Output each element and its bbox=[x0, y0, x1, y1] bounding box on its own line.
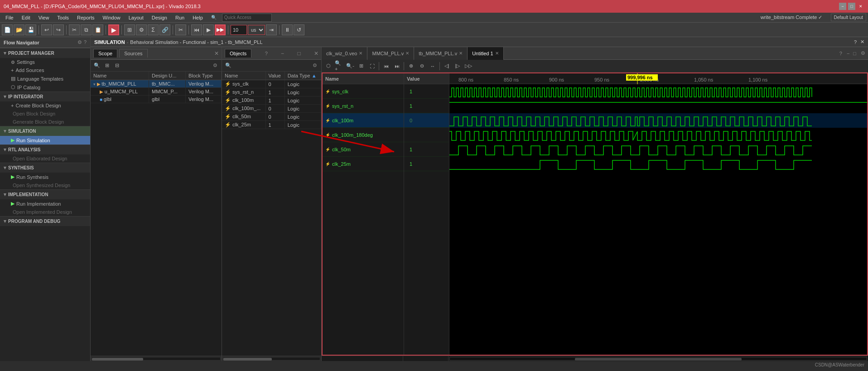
section-ip-integrator[interactable]: ▾ IP INTEGRATOR bbox=[0, 92, 90, 101]
objects-question-icon[interactable]: ? bbox=[265, 51, 268, 56]
table-row[interactable]: ⚡ clk_100m 1 Logic bbox=[222, 96, 321, 105]
cut2-button[interactable]: ✂ bbox=[175, 24, 186, 35]
wave-prev-cursor-icon[interactable]: ⏮ bbox=[381, 61, 391, 71]
section-implementation[interactable]: ▾ IMPLEMENTATION bbox=[0, 189, 90, 199]
objects-settings-icon[interactable]: ⚙ bbox=[310, 61, 319, 70]
undo-button[interactable]: ↩ bbox=[41, 24, 52, 35]
section-rtl-analysis[interactable]: ▾ RTL ANALYSIS bbox=[0, 145, 90, 154]
run-time-button[interactable]: ⇥ bbox=[266, 24, 277, 35]
nav-item-ip-catalog[interactable]: ⬡ IP Catalog bbox=[0, 83, 90, 92]
section-simulation[interactable]: ▾ SIMULATION bbox=[0, 126, 90, 136]
wave-zoom-out-icon[interactable]: 🔍- bbox=[345, 61, 355, 71]
wave-signal-row[interactable]: ⚡ sys_rst_n bbox=[323, 99, 404, 113]
section-project-manager[interactable]: ▾ PROJECT MANAGER bbox=[0, 48, 90, 58]
wave-signal-row[interactable]: ⚡ sys_clk bbox=[323, 84, 404, 99]
open-button[interactable]: 📂 bbox=[14, 24, 24, 35]
quick-access-input[interactable] bbox=[222, 14, 272, 22]
wave-signal-row[interactable]: ⚡ clk_25m bbox=[323, 157, 404, 171]
objects-search-icon[interactable]: 🔍 bbox=[224, 61, 233, 70]
close-button[interactable]: ✕ bbox=[857, 3, 864, 10]
nav-item-open-block-design[interactable]: Open Block Design bbox=[0, 110, 90, 118]
menu-view[interactable]: View bbox=[35, 14, 53, 21]
scope-tab[interactable]: Scope bbox=[93, 49, 117, 58]
scope-close-icon[interactable]: ✕ bbox=[214, 50, 219, 57]
menu-help[interactable]: Help bbox=[189, 14, 207, 21]
sim-close-icon[interactable]: ✕ bbox=[860, 39, 864, 45]
wave-add-marker-icon[interactable]: ⊕ bbox=[406, 61, 416, 71]
wave-prev-edge-icon[interactable]: ◁| bbox=[442, 61, 452, 71]
save-button[interactable]: 💾 bbox=[25, 24, 36, 35]
table-row[interactable]: ▶ u_MMCM_PLL MMCM_P... Verilog M... bbox=[91, 88, 222, 96]
wave-signal-row[interactable]: ⚡ clk_100m_180deg bbox=[323, 128, 404, 142]
run-all-button[interactable]: ▶▶ bbox=[215, 24, 226, 35]
paste-button[interactable]: 📋 bbox=[92, 24, 103, 35]
nav-item-open-elaborated-design[interactable]: Open Elaborated Design bbox=[0, 154, 90, 163]
wave-move-marker-icon[interactable]: ↔ bbox=[428, 61, 438, 71]
nav-item-language-templates[interactable]: ▤ Language Templates bbox=[0, 74, 90, 83]
nav-item-add-sources[interactable]: + Add Sources bbox=[0, 66, 90, 74]
run-button[interactable]: ▶ bbox=[108, 24, 119, 35]
flow-nav-question-icon[interactable]: ? bbox=[84, 39, 87, 45]
scope-h-scroll[interactable] bbox=[91, 356, 222, 361]
tab-untitled[interactable]: Untitled 1 ✕ bbox=[468, 47, 503, 60]
nav-item-run-synthesis[interactable]: ▶ Run Synthesis bbox=[0, 173, 90, 181]
tab-close-tb[interactable]: ✕ bbox=[459, 51, 463, 56]
add-sim-button[interactable]: ⊞ bbox=[124, 24, 135, 35]
tab-clk-wiz[interactable]: clk_wiz_0.veo ✕ bbox=[322, 47, 367, 60]
wave-question-icon[interactable]: ? bbox=[837, 51, 845, 56]
copy-button[interactable]: ⧉ bbox=[81, 24, 92, 35]
time-value-input[interactable] bbox=[231, 25, 247, 35]
wave-fit-icon[interactable]: ⊞ bbox=[356, 61, 366, 71]
nav-item-settings[interactable]: ⚙ Settings bbox=[0, 58, 90, 66]
menu-run[interactable]: Run bbox=[172, 14, 188, 21]
menu-reports[interactable]: Reports bbox=[73, 14, 98, 21]
objects-tab[interactable]: Objects bbox=[225, 49, 251, 58]
menu-layout[interactable]: Layout bbox=[125, 14, 147, 21]
maximize-button[interactable]: □ bbox=[848, 3, 855, 10]
nav-item-open-synthesized-design[interactable]: Open Synthesized Design bbox=[0, 181, 90, 189]
tab-mmcm-pll[interactable]: MMCM_PLL.v ✕ bbox=[367, 47, 414, 60]
time-unit-select[interactable]: usnsps bbox=[248, 25, 265, 35]
table-row[interactable]: ⚡ sys_clk 0 Logic bbox=[222, 80, 321, 88]
objects-close-icon[interactable]: ✕ bbox=[314, 50, 318, 57]
cut-button[interactable]: ✂ bbox=[69, 24, 80, 35]
nav-item-open-implemented-design[interactable]: Open Implemented Design bbox=[0, 208, 90, 216]
tab-close-clk-wiz[interactable]: ✕ bbox=[359, 51, 362, 56]
wave-settings-icon[interactable]: ⚙ bbox=[858, 50, 868, 56]
table-row[interactable]: ⚡ clk_25m 1 Logic bbox=[222, 121, 321, 129]
table-row[interactable]: ⚡ clk_50m 0 Logic bbox=[222, 113, 321, 121]
menu-file[interactable]: File bbox=[2, 14, 17, 21]
section-program-debug[interactable]: ▾ PROGRAM AND DEBUG bbox=[0, 216, 90, 226]
wave-del-marker-icon[interactable]: ⊖ bbox=[417, 61, 427, 71]
table-row[interactable]: ⚡ clk_100m_... 0 Logic bbox=[222, 105, 321, 113]
pause-button[interactable]: ⏸ bbox=[282, 24, 293, 35]
default-layout-btn[interactable]: Default Layout bbox=[831, 14, 867, 21]
flow-nav-settings-icon[interactable]: ⚙ bbox=[77, 39, 82, 45]
wave-max-icon[interactable]: □ bbox=[851, 51, 858, 56]
new-file-button[interactable]: 📄 bbox=[2, 24, 13, 35]
wave-next-edge-icon[interactable]: |▷ bbox=[453, 61, 463, 71]
tab-tb-mmcm-pll[interactable]: tb_MMCM_PLL.v ✕ bbox=[414, 47, 468, 60]
wave-min-icon[interactable]: − bbox=[845, 51, 851, 56]
menu-tools[interactable]: Tools bbox=[53, 14, 72, 21]
scope-expand-icon[interactable]: ⊞ bbox=[102, 61, 111, 70]
sim-help-icon[interactable]: ? bbox=[854, 39, 857, 45]
link-button[interactable]: 🔗 bbox=[159, 24, 170, 35]
table-row[interactable]: ■ glbl glbl Verilog M... bbox=[91, 96, 222, 103]
wave-next-cursor-icon[interactable]: ⏭ bbox=[392, 61, 402, 71]
table-row[interactable]: ⚡ sys_rst_n 1 Logic bbox=[222, 88, 321, 96]
settings-button[interactable]: ⚙ bbox=[136, 24, 147, 35]
tab-close-mmcm[interactable]: ✕ bbox=[405, 51, 409, 56]
wave-signal-row[interactable]: ⚡ clk_50m bbox=[323, 142, 404, 157]
sources-tab[interactable]: Sources bbox=[119, 49, 147, 58]
redo-button[interactable]: ↪ bbox=[53, 24, 64, 35]
scope-collapse-icon[interactable]: ⊟ bbox=[112, 61, 121, 70]
tab-close-untitled[interactable]: ✕ bbox=[495, 51, 499, 56]
wave-fullscreen-icon[interactable]: ⛶ bbox=[367, 61, 377, 71]
nav-item-run-implementation[interactable]: ▶ Run Implementation bbox=[0, 199, 90, 208]
nav-item-generate-block-design[interactable]: Generate Block Design bbox=[0, 118, 90, 126]
menu-edit[interactable]: Edit bbox=[18, 14, 34, 21]
menu-window[interactable]: Window bbox=[99, 14, 124, 21]
prev-button[interactable]: ⏮ bbox=[191, 24, 202, 35]
section-synthesis[interactable]: ▾ SYNTHESIS bbox=[0, 163, 90, 173]
